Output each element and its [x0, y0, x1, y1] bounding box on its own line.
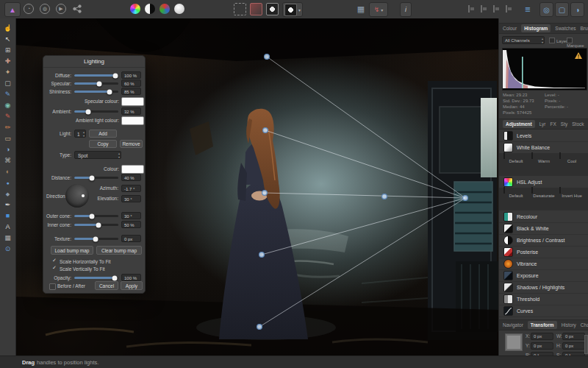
elevation-value[interactable]: 30 ° — [121, 195, 141, 202]
texture-slider[interactable] — [74, 238, 118, 240]
paint-brush-tool[interactable]: ✎ — [2, 111, 14, 122]
tab-colour[interactable]: Colour — [503, 26, 517, 31]
pixel-brush-tool[interactable]: ✏ — [2, 122, 14, 133]
auto-contrast-icon[interactable] — [144, 2, 156, 15]
apply-button[interactable]: Apply — [121, 281, 143, 290]
diffuse-value[interactable]: 100 % — [121, 71, 141, 79]
zoom-tool[interactable]: ⊙ — [2, 244, 14, 255]
tab-histogram[interactable]: Histogram — [521, 24, 551, 32]
affinity-photo-logo[interactable]: ▲ — [4, 2, 21, 17]
auto-levels-icon[interactable] — [159, 2, 171, 15]
light-handle[interactable] — [262, 191, 268, 196]
distance-value[interactable]: 40 % — [121, 174, 141, 181]
shape-tool[interactable]: ■ — [2, 210, 14, 222]
diffuse-slider[interactable] — [74, 74, 118, 77]
grid-icon[interactable]: ▦ — [355, 2, 367, 15]
shininess-value[interactable]: 85 % — [121, 88, 141, 95]
adjustment-hsl[interactable]: HSL Adjust — [499, 176, 588, 188]
preset-wb-default[interactable]: Default — [503, 153, 528, 176]
preset-hsl-default[interactable]: Default — [503, 188, 528, 210]
auto-colours-icon[interactable] — [129, 2, 141, 15]
copy-light-button[interactable]: Copy — [89, 140, 117, 148]
tab-lyr[interactable]: Lyr — [539, 121, 546, 127]
ambient-value[interactable]: 32 % — [121, 107, 141, 115]
erase-tool[interactable]: ▭ — [2, 133, 14, 144]
preset-hsl-desaturate[interactable]: Desaturate — [531, 188, 556, 210]
dodge-tool[interactable]: ◑ — [2, 144, 14, 155]
light-handle[interactable] — [263, 128, 268, 133]
history-icon[interactable]: ◔ — [22, 2, 35, 15]
tab-stock[interactable]: Stock — [572, 121, 584, 127]
light-handle[interactable] — [463, 196, 468, 201]
blur-tool[interactable]: ● — [2, 177, 14, 188]
layer-checkbox[interactable]: Layer — [549, 38, 567, 43]
load-bump-map-button[interactable]: Load bump map — [51, 246, 93, 255]
marquee-visible-icon[interactable] — [234, 2, 246, 15]
opacity-value[interactable]: 100 % — [121, 274, 141, 281]
align-1-icon[interactable] — [466, 2, 476, 15]
light-handle[interactable] — [265, 54, 270, 60]
remove-light-button[interactable]: Remove — [120, 140, 143, 148]
adjustment-white-balance[interactable]: White Balance — [499, 141, 588, 154]
arrange-order-icon[interactable]: ≣ — [522, 2, 534, 15]
tab-brushes[interactable]: Brushes — [581, 26, 588, 31]
crop-tool[interactable]: ⊞ — [2, 45, 14, 56]
specular-colour-swatch[interactable] — [121, 97, 144, 106]
scale-vertical-row[interactable]: ✓ Scale Vertically To Fit — [46, 265, 142, 273]
move-tool[interactable]: ↖ — [2, 34, 14, 45]
channel-select[interactable]: All Channels▴▾ — [502, 36, 545, 44]
adjustment-brightness-contrast[interactable]: Brightness / Contrast — [499, 234, 588, 247]
adjustment-curves[interactable]: Curves — [499, 305, 588, 317]
light-handle[interactable] — [259, 252, 265, 258]
assistant-icon[interactable]: ◍ — [38, 2, 51, 15]
quick-mask-icon[interactable]: ▾ — [282, 2, 303, 17]
adjustment-threshold[interactable]: Threshold — [499, 293, 588, 305]
tab-history[interactable]: History — [562, 322, 576, 328]
outer-cone-slider[interactable] — [74, 215, 118, 217]
ambient-slider[interactable] — [74, 110, 118, 113]
before-after-checkbox[interactable] — [49, 283, 56, 290]
marquee-checkbox[interactable]: Marquee — [567, 38, 588, 48]
outer-cone-value[interactable]: 30 ° — [121, 212, 141, 219]
preset-hsl-invert-hue[interactable]: Invert Hue — [559, 188, 584, 210]
texture-value[interactable]: 0 px — [121, 235, 141, 242]
info-icon[interactable]: i — [400, 2, 412, 17]
preset-wb-cool[interactable]: Cool — [559, 153, 584, 176]
adjustment-recolour[interactable]: Recolour — [499, 210, 588, 223]
blemish-removal-tool[interactable]: ✦ — [2, 67, 14, 78]
h-field[interactable]: 0 px — [562, 342, 585, 350]
adjustment-posterise[interactable]: Posterise — [499, 246, 588, 258]
mesh-warp-tool[interactable]: ▦ — [2, 233, 14, 244]
light-handle[interactable] — [382, 194, 387, 199]
preset-wb-warm[interactable]: Warm — [531, 153, 556, 176]
tab-adjustment[interactable]: Adjustment — [503, 120, 535, 128]
align-3-icon[interactable] — [491, 2, 501, 15]
pen-tool[interactable]: ✒ — [2, 199, 14, 210]
cancel-button[interactable]: Cancel — [95, 281, 118, 290]
rotate-icon[interactable]: ▶ — [54, 2, 68, 15]
tab-swatches[interactable]: Swatches — [555, 26, 576, 31]
sharpen-tool[interactable]: ◆ — [2, 188, 14, 199]
w-field[interactable]: 0 px — [562, 333, 585, 340]
specular-value[interactable]: 60 % — [121, 79, 141, 87]
adjustment-black-white[interactable]: Black & White — [499, 222, 588, 235]
insert-on-top-icon[interactable]: ◑ — [570, 2, 584, 17]
x-field[interactable]: 0 px — [531, 333, 553, 340]
tab-channels[interactable]: Channels — [581, 322, 588, 328]
light-number-stepper[interactable]: 1▴▾ — [74, 130, 86, 138]
adjustment-exposure[interactable]: Exposure — [499, 269, 588, 282]
tab-transform[interactable]: Transform — [528, 321, 557, 329]
insert-inside-icon[interactable]: ▢ — [555, 2, 569, 17]
light-type-select[interactable]: Spot▴▾ — [74, 151, 121, 159]
align-2-icon[interactable] — [478, 2, 489, 15]
adjustment-levels[interactable]: Levels — [499, 130, 588, 142]
direction-ball[interactable] — [65, 184, 89, 208]
light-colour-swatch[interactable] — [121, 165, 144, 174]
inner-cone-value[interactable]: 50 % — [121, 221, 141, 228]
stepper-arrows-icon[interactable]: ▴▾ — [83, 130, 85, 138]
light-handle[interactable] — [257, 325, 262, 330]
adjustment-shadows-highlights[interactable]: Shadows / Highlights — [499, 281, 588, 294]
insert-behind-icon[interactable]: ◎ — [539, 2, 553, 17]
inner-cone-slider[interactable] — [74, 224, 118, 226]
selection-brush-tool[interactable]: ✎ — [2, 89, 14, 100]
